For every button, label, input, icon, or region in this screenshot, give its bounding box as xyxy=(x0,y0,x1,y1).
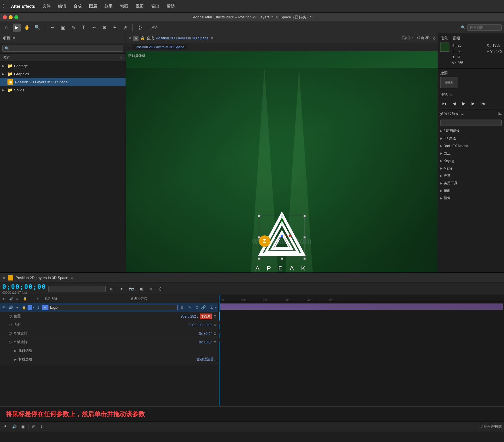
effect-3d-channel[interactable]: ▶ 3D 声道 xyxy=(438,135,504,142)
effect-ci[interactable]: ▶ CI... xyxy=(438,150,504,157)
timeline-timecode[interactable]: 0;00;00;00 xyxy=(2,283,46,290)
layer-pen-btn-1[interactable]: ✎ xyxy=(186,304,193,311)
layer-mode-btn-1[interactable]: ⊞ xyxy=(178,304,185,311)
change-renderer-link[interactable]: 更改渲染器... xyxy=(197,357,217,362)
prop-link-position[interactable]: ⚙ xyxy=(213,314,217,318)
effect-distort[interactable]: ▶ 扭曲 xyxy=(438,187,504,195)
timeline-menu-icon[interactable]: ≡ xyxy=(71,276,73,280)
menu-window[interactable]: 窗口 xyxy=(150,3,160,9)
timeline-search-input[interactable] xyxy=(48,286,106,292)
layer-vis-1[interactable]: 👁 xyxy=(1,305,7,310)
parent-dropdown-icon-1[interactable]: ▾ xyxy=(215,305,217,310)
prop-arrow-material[interactable]: ▶ xyxy=(14,358,17,361)
track-area[interactable] xyxy=(218,302,504,406)
stamp-tool[interactable]: ⊕ xyxy=(100,24,108,32)
prev-first-btn[interactable]: ⏮ xyxy=(440,99,448,107)
hand-tool[interactable]: ✋ xyxy=(23,24,31,32)
tl-bottom-comp-btn[interactable]: ▣ xyxy=(20,423,26,430)
close-button[interactable] xyxy=(3,15,7,19)
menu-aftereffects[interactable]: After Effects xyxy=(10,3,36,9)
puppet-tool[interactable]: ✦ xyxy=(111,24,119,32)
graphics-folder[interactable]: ▶ 📁 Graphics xyxy=(0,70,126,78)
effects-search-input[interactable] xyxy=(440,120,502,126)
layer-audio-1[interactable]: 🔊 xyxy=(8,305,14,310)
effect-keying2[interactable]: ▶ 抠像 xyxy=(438,195,504,202)
effect-keying[interactable]: ▶ Keying xyxy=(438,157,504,165)
effect-animation-preset[interactable]: ▶ * 动画预设 xyxy=(438,127,504,135)
tl-render-btn[interactable]: ⊞ xyxy=(108,285,116,293)
prop-value-position[interactable]: 959.5,282 , xyxy=(181,314,198,318)
footage-folder[interactable]: ▶ 📁 Footage xyxy=(0,62,126,70)
rotate-tool[interactable]: ↩ xyxy=(49,24,57,32)
stopwatch-yrot[interactable]: ⏱ xyxy=(9,340,12,344)
select-tool[interactable]: ▶ xyxy=(13,24,21,32)
position-comp[interactable]: ▣ Position 2D Layers in 3D Space xyxy=(0,78,126,86)
apple-menu[interactable]:  xyxy=(3,3,5,9)
prop-link-orientation[interactable]: ⚙ xyxy=(213,323,217,327)
minimize-button[interactable] xyxy=(9,15,13,19)
tl-shape-btn[interactable]: ⬡ xyxy=(157,285,164,293)
zoom-tool[interactable]: 🔍 xyxy=(33,24,41,32)
menu-edit[interactable]: 编辑 xyxy=(57,3,67,9)
project-search-input[interactable] xyxy=(2,45,123,52)
stopwatch-orientation[interactable]: ⏱ xyxy=(9,323,12,327)
tl-bottom-audio-btn[interactable]: 🔊 xyxy=(11,423,18,430)
maximize-button[interactable] xyxy=(14,15,18,19)
renderer-value[interactable]: 经典 3D xyxy=(417,36,430,41)
prop-arrow-geo[interactable]: ▶ xyxy=(14,349,17,352)
stopwatch-xrot[interactable]: ⏱ xyxy=(9,332,12,336)
comp-lock-icon[interactable]: 🔒 xyxy=(140,36,145,40)
effect-matte[interactable]: ▶ Matte xyxy=(438,165,504,172)
comp-tab[interactable]: Position 2D Layers in 3D Space xyxy=(132,44,188,50)
layer-3d-1[interactable]: ⊙ xyxy=(194,305,200,310)
tl-bottom-vis-btn[interactable]: 👁 xyxy=(2,423,9,430)
tl-bottom-collapse-btn[interactable]: ⟨⟩ xyxy=(39,423,46,430)
prop-link-yrot[interactable]: ⚙ xyxy=(213,340,217,344)
camera-tool[interactable]: ▣ xyxy=(59,24,67,32)
brush-tool[interactable]: ✒ xyxy=(90,24,98,32)
axis-tool[interactable]: ⟨⟩ xyxy=(136,24,144,32)
prev-back-btn[interactable]: ◀ xyxy=(450,99,458,107)
search-help-input[interactable] xyxy=(467,24,502,31)
prev-next-frame-btn[interactable]: ▶| xyxy=(470,99,478,107)
prop-link-xrot[interactable]: ⚙ xyxy=(213,332,217,336)
layer-expand-1[interactable]: ▾ xyxy=(33,306,34,309)
project-menu-icon[interactable]: ≡ xyxy=(13,36,15,41)
comp-close-btn[interactable]: ✕ xyxy=(128,36,132,41)
layer-solo-1[interactable]: ● xyxy=(14,305,20,310)
home-tool[interactable]: ⌂ xyxy=(2,24,10,32)
prop-value-orientation[interactable]: 0.0° ,0.0° ,0.0° xyxy=(189,323,212,327)
layer-lock-1[interactable]: 🔒 xyxy=(21,305,27,310)
tl-null-btn[interactable]: ○ xyxy=(147,285,155,293)
layer-name-input-1[interactable] xyxy=(49,305,178,310)
prev-last-btn[interactable]: ⏭ xyxy=(479,99,487,107)
effects-menu-icon[interactable]: ≡ xyxy=(461,112,463,116)
effect-boris[interactable]: ▶ Boris FX Mocha xyxy=(438,142,504,150)
stopwatch-position[interactable]: ⏱ xyxy=(9,314,12,318)
menu-help[interactable]: 帮助 xyxy=(166,3,176,9)
library-title[interactable]: 库 xyxy=(498,111,502,116)
menu-effect[interactable]: 效果 xyxy=(103,3,114,9)
effect-channel[interactable]: ▶ 声道 xyxy=(438,172,504,180)
tl-camera-btn[interactable]: 📷 xyxy=(128,285,135,293)
menu-animate[interactable]: 动画 xyxy=(119,3,129,9)
layer-track-bar[interactable] xyxy=(220,303,503,310)
tl-comp-btn[interactable]: ▣ xyxy=(137,285,145,293)
prop-value-yrot[interactable]: 0x +0.0° xyxy=(199,340,212,344)
tl-bottom-layer-btn[interactable]: ⊞ xyxy=(30,423,37,430)
prop-value-position-z[interactable]: 193.0 xyxy=(200,314,212,319)
effect-utility[interactable]: ▶ 实用工具 xyxy=(438,180,504,187)
text-tool[interactable]: T xyxy=(80,24,88,32)
shape-tool[interactable]: ↗ xyxy=(121,24,129,32)
menu-file[interactable]: 文件 xyxy=(41,3,52,9)
solids-folder[interactable]: ▶ 📁 Solids xyxy=(0,86,126,94)
layer-row-1[interactable]: 👁 🔊 ● 🔒 ▾ 1 AI ⊞ ✎ ⊙ 🔗 无 ▾ xyxy=(0,303,218,312)
preview-menu-icon[interactable]: ≡ xyxy=(450,92,452,97)
expand-panel-icon[interactable]: ⟩⟩ xyxy=(432,36,435,41)
layer-link-1[interactable]: 🔗 xyxy=(201,305,206,310)
prev-play-btn[interactable]: ▶ xyxy=(460,99,468,107)
timeline-close-btn[interactable]: ✕ xyxy=(2,276,6,280)
comp-menu-icon[interactable]: ≡ xyxy=(211,36,213,41)
tl-motion-btn[interactable]: ✦ xyxy=(118,285,125,293)
pen-tool[interactable]: ✎ xyxy=(69,24,77,32)
